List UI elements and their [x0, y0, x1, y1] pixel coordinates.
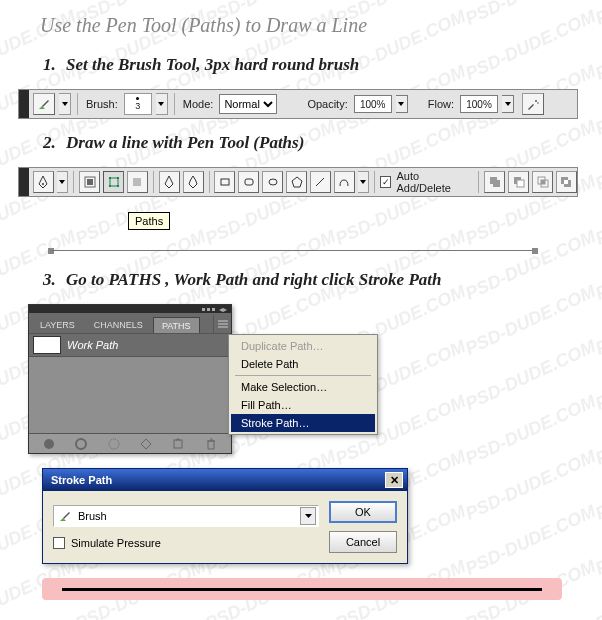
step-3: Go to PATHS , Work Path and right click …: [60, 270, 602, 290]
page-heading: Use the Pen Tool (Paths) to Draw a Line: [40, 14, 602, 37]
flow-value[interactable]: 100%: [460, 95, 498, 113]
pen-options-bar: ✓ Auto Add/Delete: [18, 167, 578, 197]
ok-button[interactable]: OK: [329, 501, 397, 523]
svg-point-1: [537, 102, 539, 104]
separator: [73, 171, 74, 193]
stroke-path-dialog: Stroke Path ✕ Brush Simulate Pressure OK: [42, 468, 408, 564]
path-thumbnail: [33, 336, 61, 354]
brush-size-value: 3: [135, 102, 140, 111]
svg-rect-16: [493, 180, 500, 187]
brush-preset-picker[interactable]: 3: [124, 93, 152, 115]
svg-rect-8: [109, 185, 111, 187]
new-path-icon[interactable]: [171, 437, 185, 451]
rectangle-shape-icon[interactable]: [214, 171, 235, 193]
menu-duplicate-path[interactable]: Duplicate Path…: [231, 337, 375, 355]
brush-label: Brush:: [86, 98, 118, 110]
pen-flyout-arrow-icon[interactable]: [57, 171, 68, 193]
path-combine-subtract-icon[interactable]: [508, 171, 529, 193]
airbrush-icon[interactable]: [522, 93, 544, 115]
work-path-row[interactable]: Work Path: [29, 333, 231, 357]
svg-rect-7: [117, 177, 119, 179]
tab-layers[interactable]: LAYERS: [31, 316, 84, 333]
menu-separator: [235, 375, 371, 376]
stroke-tool-value: Brush: [78, 510, 107, 522]
flow-arrow-icon[interactable]: [502, 95, 514, 113]
svg-point-0: [535, 100, 537, 102]
svg-rect-10: [133, 178, 141, 186]
svg-rect-24: [564, 180, 568, 184]
make-work-path-icon[interactable]: [139, 437, 153, 451]
drawn-path-illustration: [48, 248, 538, 254]
svg-point-26: [76, 439, 86, 449]
tool-flyout-arrow-icon[interactable]: [59, 93, 71, 115]
path-combine-add-icon[interactable]: [484, 171, 505, 193]
load-selection-icon[interactable]: [107, 437, 121, 451]
path-combine-intersect-icon[interactable]: [532, 171, 553, 193]
opacity-arrow-icon[interactable]: [396, 95, 408, 113]
brush-icon: [58, 509, 72, 523]
brush-tool-icon[interactable]: [33, 93, 55, 115]
shape-options-arrow-icon[interactable]: [358, 171, 369, 193]
brush-options-bar: Brush: 3 Mode: Normal Opacity: 100% Flow…: [18, 89, 578, 119]
custom-shape-icon[interactable]: [334, 171, 355, 193]
svg-point-2: [42, 183, 44, 185]
svg-rect-11: [221, 179, 229, 185]
menu-fill-path[interactable]: Fill Path…: [231, 396, 375, 414]
separator: [174, 93, 175, 115]
menu-make-selection[interactable]: Make Selection…: [231, 378, 375, 396]
opacity-label: Opacity:: [307, 98, 347, 110]
path-context-menu: Duplicate Path… Delete Path Make Selecti…: [228, 334, 378, 435]
freeform-pen-icon[interactable]: [183, 171, 204, 193]
simulate-pressure-label: Simulate Pressure: [71, 537, 161, 549]
path-name: Work Path: [67, 339, 118, 351]
cancel-button[interactable]: Cancel: [329, 531, 397, 553]
step-2-text: Draw a line with Pen Tool (Paths): [66, 133, 304, 152]
paths-panel: ◂▸ LAYERS CHANNELS PATHS Work Path: [28, 304, 232, 454]
flow-label: Flow:: [428, 98, 454, 110]
shape-layers-mode-icon[interactable]: [79, 171, 100, 193]
stroke-path-icon[interactable]: [74, 437, 88, 451]
svg-point-25: [44, 439, 54, 449]
stroke-tool-select[interactable]: Brush: [53, 505, 319, 527]
simulate-pressure-checkbox[interactable]: [53, 537, 65, 549]
step-3-text: Go to PATHS , Work Path and right click …: [66, 270, 441, 289]
ellipse-shape-icon[interactable]: [262, 171, 283, 193]
dropdown-arrow-icon[interactable]: [300, 507, 316, 525]
svg-rect-6: [109, 177, 111, 179]
step-2: Draw a line with Pen Tool (Paths): [60, 133, 602, 153]
tab-paths[interactable]: PATHS: [153, 317, 200, 333]
pen-tool-icon[interactable]: [33, 171, 54, 193]
menu-stroke-path[interactable]: Stroke Path…: [231, 414, 375, 432]
svg-rect-5: [110, 178, 118, 186]
step-1-text: Set the Brush Tool, 3px hard round brush: [66, 55, 359, 74]
auto-add-delete-checkbox[interactable]: ✓: [380, 176, 391, 188]
fill-pixels-mode-icon[interactable]: [127, 171, 148, 193]
line-shape-icon[interactable]: [310, 171, 331, 193]
tab-channels[interactable]: CHANNELS: [85, 316, 152, 333]
svg-rect-12: [245, 179, 253, 185]
delete-path-icon[interactable]: [204, 437, 218, 451]
svg-rect-18: [517, 180, 524, 187]
pen-icon[interactable]: [159, 171, 180, 193]
paths-mode-icon[interactable]: [103, 171, 124, 193]
rounded-rect-shape-icon[interactable]: [238, 171, 259, 193]
mode-label: Mode:: [183, 98, 214, 110]
svg-point-27: [109, 439, 119, 449]
panel-flyout-icon[interactable]: [213, 315, 231, 333]
svg-rect-28: [174, 440, 182, 448]
separator: [478, 171, 479, 193]
paths-tooltip: Paths: [128, 212, 170, 230]
separator: [374, 171, 375, 193]
fill-path-icon[interactable]: [42, 437, 56, 451]
blend-mode-select[interactable]: Normal: [219, 94, 277, 114]
svg-rect-21: [541, 180, 545, 184]
close-button[interactable]: ✕: [385, 472, 403, 488]
svg-line-14: [316, 178, 324, 186]
panel-drag-bar[interactable]: ◂▸: [29, 305, 231, 313]
opacity-value[interactable]: 100%: [354, 95, 392, 113]
polygon-shape-icon[interactable]: [286, 171, 307, 193]
path-combine-exclude-icon[interactable]: [556, 171, 577, 193]
brush-dropdown-arrow-icon[interactable]: [156, 93, 168, 115]
menu-delete-path[interactable]: Delete Path: [231, 355, 375, 373]
svg-rect-9: [117, 185, 119, 187]
